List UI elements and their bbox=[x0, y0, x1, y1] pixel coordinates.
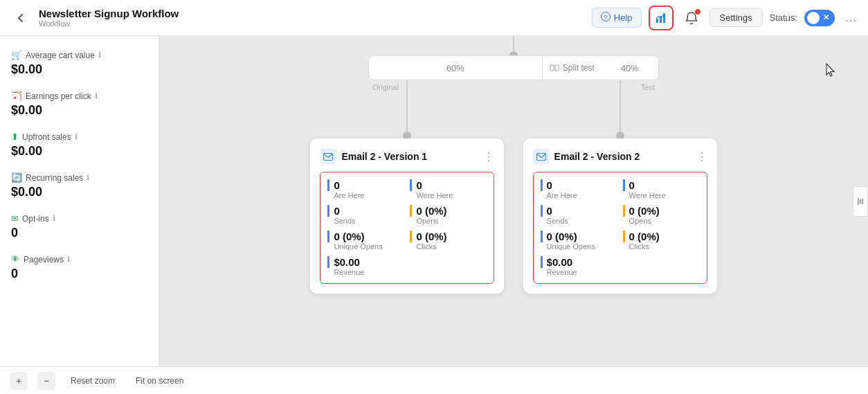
analytics-button[interactable] bbox=[649, 6, 673, 30]
stat-sends-v1: 0 bbox=[327, 205, 404, 217]
back-button[interactable] bbox=[11, 8, 30, 28]
upfront-icon: ⬆ bbox=[11, 132, 19, 142]
header-more-button[interactable]: … bbox=[844, 10, 857, 25]
main-layout: 🛒 Average cart value ℹ $0.00 🏹 Earnings … bbox=[0, 36, 868, 366]
mouse-cursor bbox=[824, 62, 838, 79]
split-label-test: Test bbox=[637, 83, 659, 91]
card-v1-title: Email 2 - Version 1 bbox=[341, 151, 427, 162]
stat-upfront: ⬆ Upfront sales ℹ $0.00 bbox=[11, 132, 147, 159]
side-panel-toggle[interactable] bbox=[853, 186, 868, 217]
stat-pageviews-info[interactable]: ℹ bbox=[67, 255, 70, 264]
connector-v1 bbox=[406, 80, 408, 136]
stat-earnings-label: Earnings per click bbox=[26, 91, 91, 101]
stat-avg-cart-info[interactable]: ℹ bbox=[98, 51, 101, 60]
stat-unique-opens-v2: 0 (0%) bbox=[541, 231, 617, 242]
help-icon: ? bbox=[601, 12, 611, 24]
stat-recurring: 🔄 Recurring sales ℹ $0.00 bbox=[11, 172, 147, 199]
card-v2-email-icon bbox=[533, 148, 550, 165]
header: Newsletter Signup Workflow Workflow ? He… bbox=[0, 0, 868, 36]
card-v2-title: Email 2 - Version 2 bbox=[554, 151, 640, 162]
reset-zoom-button[interactable]: Reset zoom bbox=[65, 373, 120, 388]
fit-on-screen-button[interactable]: Fit on screen bbox=[130, 373, 189, 388]
stat-clicks-v2: 0 (0%) bbox=[623, 231, 700, 242]
stat-optins-label: Opt-ins bbox=[22, 214, 49, 224]
workflow-subtitle: Workflow bbox=[39, 19, 584, 28]
help-button[interactable]: ? Help bbox=[592, 8, 642, 28]
stat-upfront-info[interactable]: ℹ bbox=[75, 132, 78, 141]
stat-cell: 0 Are Here bbox=[541, 179, 617, 199]
envelope-icon bbox=[536, 153, 546, 161]
stat-cell: 0 Are Here bbox=[327, 179, 404, 199]
toggle-x-icon: ✕ bbox=[823, 13, 829, 22]
zoom-in-button[interactable]: + bbox=[10, 372, 28, 390]
stat-avg-cart-value: $0.00 bbox=[11, 62, 147, 77]
stat-upfront-label: Upfront sales bbox=[22, 132, 71, 142]
split-label-original: Original bbox=[368, 83, 403, 91]
stat-revenue-v2: $0.00 bbox=[541, 256, 700, 268]
stat-cell: 0 Sends bbox=[327, 205, 404, 225]
envelope-icon bbox=[323, 153, 333, 161]
stat-earnings-value: $0.00 bbox=[11, 103, 147, 118]
stat-pageviews-value: 0 bbox=[11, 267, 147, 281]
earnings-icon: 🏹 bbox=[11, 91, 22, 101]
split-percent-left: 60% bbox=[369, 56, 543, 80]
cart-icon: 🛒 bbox=[11, 50, 22, 60]
split-test-bar[interactable]: 60% Split test 40% bbox=[368, 55, 659, 80]
stat-were-here-v2: 0 bbox=[623, 179, 700, 191]
split-percent-right: 40% bbox=[602, 56, 658, 80]
svg-rect-6 bbox=[555, 65, 559, 71]
toggle-dot bbox=[807, 12, 820, 24]
stat-pageviews: 👁 Pageviews ℹ 0 bbox=[11, 254, 147, 281]
stat-clicks-v1: 0 (0%) bbox=[410, 231, 487, 242]
header-title-group: Newsletter Signup Workflow Workflow bbox=[39, 8, 584, 28]
notifications-button[interactable] bbox=[680, 7, 703, 29]
settings-button[interactable]: Settings bbox=[709, 8, 763, 27]
stat-cell: 0 (0%) Opens bbox=[623, 205, 700, 225]
email-card-v1[interactable]: Email 2 - Version 1 ⋮ 0 Are Here 0 Were … bbox=[310, 138, 504, 294]
connector-v2 bbox=[620, 80, 621, 136]
status-label: Status: bbox=[770, 12, 797, 23]
stat-optins-info[interactable]: ℹ bbox=[53, 214, 55, 223]
stat-earnings-info[interactable]: ℹ bbox=[95, 91, 98, 100]
stat-cell: 0 Were Here bbox=[623, 179, 700, 199]
svg-rect-5 bbox=[550, 65, 554, 71]
stat-are-here-v1: 0 bbox=[327, 179, 404, 191]
stat-optins-value: 0 bbox=[11, 226, 147, 240]
card-v1-header: Email 2 - Version 1 ⋮ bbox=[320, 148, 494, 165]
stat-are-here-v2: 0 bbox=[541, 179, 617, 191]
zoom-out-button[interactable]: − bbox=[37, 372, 55, 390]
optin-icon: ✉ bbox=[11, 213, 19, 224]
sidebar: 🛒 Average cart value ℹ $0.00 🏹 Earnings … bbox=[0, 36, 159, 366]
stat-cell: 0 (0%) Unique Opens bbox=[541, 231, 617, 251]
stat-upfront-value: $0.00 bbox=[11, 144, 147, 159]
stat-cell: 0 Were Here bbox=[410, 179, 487, 199]
card-v2-stats: 0 Are Here 0 Were Here 0 Sends 0 (0%) Op… bbox=[533, 172, 707, 284]
stat-opens-v1: 0 (0%) bbox=[410, 205, 487, 217]
stat-recurring-value: $0.00 bbox=[11, 185, 147, 199]
stat-cell: 0 (0%) Clicks bbox=[410, 231, 487, 251]
stat-sends-v2: 0 bbox=[541, 205, 617, 217]
analytics-icon bbox=[655, 12, 667, 24]
stat-earnings: 🏹 Earnings per click ℹ $0.00 bbox=[11, 91, 147, 118]
split-icon bbox=[550, 63, 559, 73]
split-labels: Original Test bbox=[368, 83, 659, 91]
stat-cell-revenue: $0.00 Revenue bbox=[327, 256, 487, 276]
stat-avg-cart: 🛒 Average cart value ℹ $0.00 bbox=[11, 50, 147, 77]
recurring-icon: 🔄 bbox=[11, 172, 22, 183]
stat-cell: 0 Sends bbox=[541, 205, 617, 225]
card-v1-more-button[interactable]: ⋮ bbox=[483, 150, 494, 163]
email-card-v2[interactable]: Email 2 - Version 2 ⋮ 0 Are Here 0 Were … bbox=[523, 138, 717, 294]
stat-pageviews-label: Pageviews bbox=[24, 255, 64, 265]
svg-rect-2 bbox=[656, 19, 658, 23]
card-v2-more-button[interactable]: ⋮ bbox=[696, 150, 707, 163]
status-toggle[interactable]: ✕ bbox=[804, 10, 835, 26]
stat-opens-v2: 0 (0%) bbox=[623, 205, 700, 217]
stat-cell: 0 (0%) Unique Opens bbox=[327, 231, 404, 251]
svg-text:?: ? bbox=[604, 14, 607, 21]
workflow-canvas[interactable]: 60% Split test 40% Original Test bbox=[159, 36, 868, 366]
stat-recurring-info[interactable]: ℹ bbox=[87, 173, 89, 182]
stat-cell: 0 (0%) Opens bbox=[410, 205, 487, 225]
stat-were-here-v1: 0 bbox=[410, 179, 487, 191]
header-actions: ? Help Settings Status: ✕ … bbox=[592, 6, 857, 30]
stat-revenue-v1: $0.00 bbox=[327, 256, 487, 268]
